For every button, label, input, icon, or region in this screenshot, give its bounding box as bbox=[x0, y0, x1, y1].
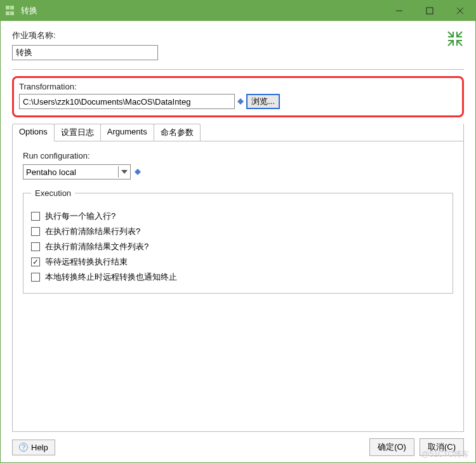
tab-log[interactable]: 设置日志 bbox=[54, 124, 101, 141]
svg-marker-6 bbox=[135, 169, 141, 175]
tab-options[interactable]: Options bbox=[12, 124, 55, 141]
minimize-button[interactable] bbox=[384, 1, 414, 21]
tab-params[interactable]: 命名参数 bbox=[154, 124, 201, 141]
run-config-value: Pentaho local bbox=[26, 167, 76, 177]
svg-marker-5 bbox=[121, 170, 128, 174]
collapse-icon[interactable] bbox=[446, 30, 464, 48]
checkbox-label: 在执行前清除结果文件列表? bbox=[45, 241, 149, 252]
job-name-input[interactable] bbox=[12, 45, 158, 60]
tab-body-options: Run configuration: Pentaho local Executi… bbox=[13, 142, 463, 431]
window-controls bbox=[384, 1, 475, 21]
tab-arguments[interactable]: Arguments bbox=[100, 124, 154, 141]
dialog-window: 转换 作业项名称: Transformation: bbox=[0, 0, 476, 463]
dialog-footer: ? Help 确定(O) 取消(C) bbox=[12, 432, 464, 456]
run-config-combo[interactable]: Pentaho local bbox=[23, 164, 131, 179]
tabs-container: Options 设置日志 Arguments 命名参数 Run configur… bbox=[12, 124, 464, 432]
window-title: 转换 bbox=[21, 5, 384, 16]
execution-option: 在执行前清除结果行列表? bbox=[31, 226, 445, 237]
checkbox[interactable] bbox=[31, 273, 40, 282]
app-icon bbox=[6, 6, 16, 16]
transformation-label: Transformation: bbox=[19, 82, 456, 91]
job-name-label: 作业项名称: bbox=[12, 30, 446, 41]
close-button[interactable] bbox=[445, 1, 475, 21]
svg-rect-1 bbox=[426, 8, 433, 14]
execution-option: 执行每一个输入行? bbox=[31, 211, 445, 222]
tab-bar: Options 设置日志 Arguments 命名参数 bbox=[12, 124, 463, 141]
checkbox-label: 等待远程转换执行结束 bbox=[45, 256, 128, 268]
transformation-section: Transformation: 浏览... bbox=[12, 76, 464, 117]
checkbox[interactable] bbox=[31, 227, 40, 236]
execution-fieldset: Execution 执行每一个输入行?在执行前清除结果行列表?在执行前清除结果文… bbox=[23, 188, 453, 294]
execution-legend: Execution bbox=[31, 188, 75, 198]
checkbox-label: 执行每一个输入行? bbox=[45, 211, 116, 222]
execution-option: 等待远程转换执行结束 bbox=[31, 256, 445, 268]
help-label: Help bbox=[31, 443, 48, 452]
help-icon: ? bbox=[19, 443, 28, 452]
titlebar: 转换 bbox=[1, 1, 475, 21]
ok-button[interactable]: 确定(O) bbox=[369, 438, 414, 456]
run-config-label: Run configuration: bbox=[23, 151, 453, 160]
checkbox-label: 本地转换终止时远程转换也通知终止 bbox=[45, 271, 177, 283]
help-button[interactable]: ? Help bbox=[12, 440, 55, 455]
execution-option: 本地转换终止时远程转换也通知终止 bbox=[31, 271, 445, 283]
variable-icon bbox=[135, 169, 141, 175]
variable-icon bbox=[237, 98, 244, 105]
transformation-path-input[interactable] bbox=[19, 94, 235, 109]
dialog-content: 作业项名称: Transformation: 浏览... bbox=[1, 21, 475, 462]
browse-button[interactable]: 浏览... bbox=[246, 94, 280, 109]
separator bbox=[12, 69, 464, 70]
watermark: @51CTO博客 bbox=[421, 449, 469, 460]
execution-option: 在执行前清除结果文件列表? bbox=[31, 241, 445, 252]
chevron-down-icon bbox=[118, 166, 128, 178]
checkbox-label: 在执行前清除结果行列表? bbox=[45, 226, 140, 237]
checkbox[interactable] bbox=[31, 258, 40, 266]
svg-marker-4 bbox=[237, 98, 244, 105]
checkbox[interactable] bbox=[31, 242, 40, 251]
maximize-button[interactable] bbox=[414, 1, 445, 21]
checkbox[interactable] bbox=[31, 212, 40, 221]
